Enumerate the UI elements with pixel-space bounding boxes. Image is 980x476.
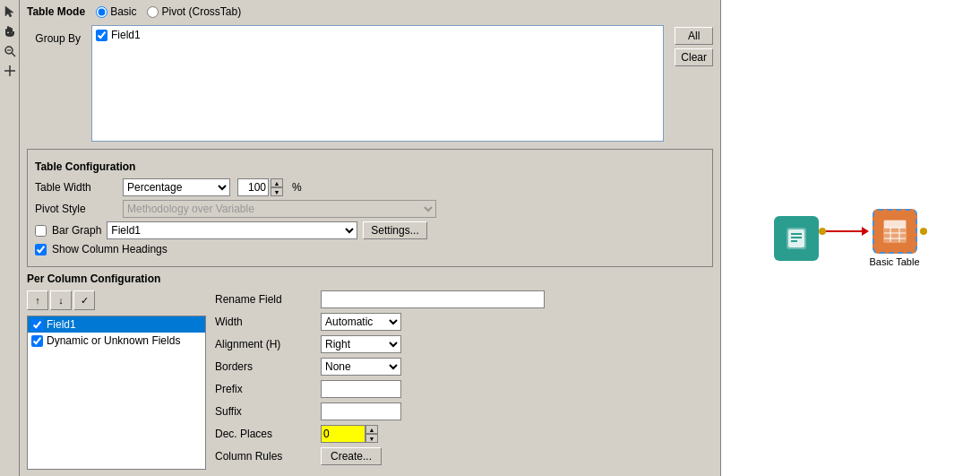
table-width-value-input[interactable] (237, 178, 269, 196)
bar-graph-checkbox[interactable] (35, 225, 47, 237)
move-down-button[interactable]: ↓ (50, 290, 72, 310)
prefix-label: Prefix (215, 383, 314, 395)
svg-rect-1 (7, 26, 9, 32)
radio-pivot-input[interactable] (147, 6, 159, 18)
alignment-h-select[interactable]: Left Center Right Justify (321, 335, 401, 353)
prefix-row: Prefix (215, 380, 713, 398)
radio-basic-input[interactable] (96, 6, 107, 18)
table-width-row: Table Width Percentage Fixed Auto ▲ ▼ % (35, 178, 705, 196)
group-by-label: Group By (27, 32, 81, 45)
show-column-headings-label: Show Column Headings (52, 243, 168, 255)
connector-left-dot (819, 228, 826, 235)
dec-places-up[interactable]: ▲ (365, 425, 378, 434)
suffix-label: Suffix (215, 405, 314, 418)
radio-basic[interactable]: Basic (96, 5, 136, 18)
group-by-field-list: Field1 (91, 25, 664, 142)
per-column-section-wrapper: Per Column Configuration ↑ ↓ ✓ Field1 Dy (27, 267, 713, 470)
dec-places-spinner: ▲ ▼ (365, 425, 378, 443)
svg-rect-3 (11, 28, 13, 33)
table-width-label: Table Width (35, 181, 116, 194)
show-column-headings-checkbox[interactable] (35, 244, 47, 255)
column-controls: ↑ ↓ ✓ (27, 290, 206, 310)
table-node[interactable]: Basic Table (869, 209, 919, 267)
table-mode-radio-group: Basic Pivot (CrossTab) (96, 5, 241, 18)
pivot-style-row: Pivot Style Methodology over Variable (35, 200, 705, 218)
pivot-style-label: Pivot Style (35, 203, 116, 215)
table-width-input-group: ▲ ▼ (237, 178, 283, 196)
dec-places-row: Dec. Places ▲ ▼ (215, 425, 713, 443)
dec-places-input[interactable] (321, 425, 365, 443)
col-dynamic-label: Dynamic or Unknown Fields (47, 334, 180, 347)
group-by-buttons: All Clear (675, 25, 713, 66)
connector-arrow (862, 227, 869, 236)
bar-graph-field-select[interactable]: Field1 (107, 221, 357, 239)
width-prop-select[interactable]: Automatic Fixed Percentage (321, 313, 401, 331)
pivot-style-select: Methodology over Variable (123, 200, 436, 218)
col-field1-checkbox[interactable] (31, 319, 43, 331)
radio-pivot-label: Pivot (CrossTab) (161, 5, 241, 18)
width-row: Width Automatic Fixed Percentage (215, 313, 713, 331)
cursor-icon[interactable] (2, 4, 18, 20)
alignment-h-label: Alignment (H) (215, 338, 314, 351)
col-dynamic-checkbox[interactable] (31, 335, 43, 347)
node-container: Basic Table (774, 209, 926, 267)
table-config-section: Table Configuration Table Width Percenta… (27, 149, 713, 267)
source-node[interactable] (774, 216, 819, 261)
main-panel: Table Mode Basic Pivot (CrossTab) Group … (20, 0, 720, 476)
rename-field-input[interactable] (321, 290, 545, 308)
move-up-button[interactable]: ↑ (27, 290, 48, 310)
radio-pivot[interactable]: Pivot (CrossTab) (147, 5, 241, 18)
table-mode-row: Table Mode Basic Pivot (CrossTab) (27, 5, 713, 18)
percent-label: % (292, 181, 302, 194)
per-column-left: ↑ ↓ ✓ Field1 Dynamic or Unknown Fields (27, 290, 206, 470)
prefix-input[interactable] (321, 380, 401, 398)
alignment-h-row: Alignment (H) Left Center Right Justify (215, 335, 713, 353)
hand-icon[interactable] (2, 23, 18, 39)
source-node-icon (774, 216, 819, 261)
rename-field-row: Rename Field (215, 290, 713, 308)
show-column-headings-row: Show Column Headings (35, 243, 705, 255)
pointer-icon[interactable] (2, 63, 18, 79)
width-prop-label: Width (215, 316, 314, 328)
borders-select[interactable]: None All Top Bottom Left Right (321, 358, 401, 376)
svg-line-6 (12, 53, 15, 56)
all-button[interactable]: All (675, 27, 713, 45)
column-rules-row: Column Rules Create... (215, 447, 713, 465)
bar-graph-label: Bar Graph (52, 224, 101, 237)
connector-line (826, 230, 862, 232)
group-by-section: Group By Field1 All Clear (27, 25, 713, 142)
svg-rect-14 (884, 221, 906, 228)
table-width-mode-select[interactable]: Percentage Fixed Auto (123, 178, 230, 196)
col-field-item-field1[interactable]: Field1 (28, 316, 205, 333)
column-rules-label: Column Rules (215, 450, 314, 463)
create-button[interactable]: Create... (321, 447, 382, 465)
field1-label: Field1 (111, 29, 141, 41)
sidebar (0, 0, 20, 476)
zoom-icon[interactable] (2, 43, 18, 59)
connector-right (920, 228, 927, 235)
width-spinner-down[interactable]: ▼ (271, 187, 283, 196)
check-button[interactable]: ✓ (73, 290, 95, 310)
clear-button[interactable]: Clear (675, 48, 713, 66)
per-column-section: ↑ ↓ ✓ Field1 Dynamic or Unknown Fields (27, 290, 713, 470)
group-by-field-item: Field1 (94, 28, 661, 42)
table-config-header: Table Configuration (35, 160, 705, 173)
settings-button[interactable]: Settings... (363, 221, 426, 239)
per-column-right: Rename Field Width Automatic Fixed Perce… (215, 290, 713, 470)
connector (819, 227, 869, 236)
width-spinner-up[interactable]: ▲ (271, 178, 283, 187)
borders-label: Borders (215, 360, 314, 373)
canvas-area: Basic Table (720, 0, 980, 476)
suffix-input[interactable] (321, 402, 401, 420)
connector-right-dot (920, 228, 927, 235)
dec-places-spinner-group: ▲ ▼ (321, 425, 378, 443)
col-field1-label: Field1 (47, 318, 76, 331)
field1-checkbox[interactable] (96, 30, 107, 41)
radio-basic-label: Basic (110, 5, 136, 18)
svg-marker-0 (5, 6, 13, 17)
per-column-header: Per Column Configuration (27, 273, 713, 285)
table-node-label: Basic Table (869, 256, 919, 267)
dec-places-label: Dec. Places (215, 428, 314, 440)
dec-places-down[interactable]: ▼ (365, 434, 378, 443)
col-field-item-dynamic[interactable]: Dynamic or Unknown Fields (28, 333, 205, 349)
